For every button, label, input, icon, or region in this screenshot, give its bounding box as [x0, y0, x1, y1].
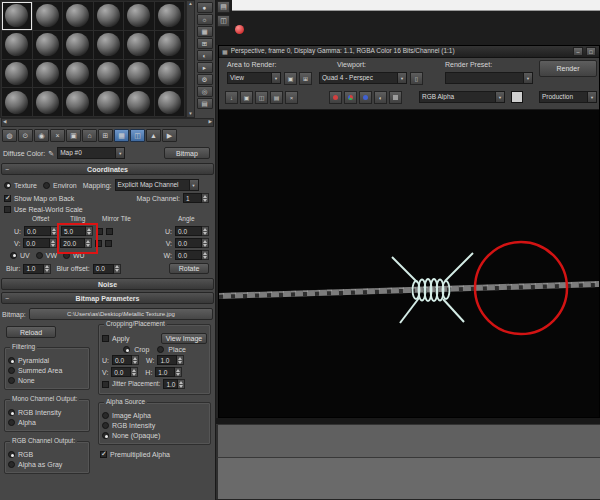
spinner-arrows-icon[interactable] [202, 238, 209, 248]
view-image-button[interactable]: View Image [161, 333, 207, 344]
spinner-arrows-icon[interactable] [177, 355, 184, 365]
background-icon[interactable]: ▦ [197, 26, 213, 37]
material-sample-slot[interactable] [63, 31, 93, 59]
rgb-radio[interactable] [8, 451, 15, 458]
noise-rollout-header[interactable]: Noise [1, 278, 214, 290]
select-by-material-icon[interactable]: ◎ [197, 86, 213, 97]
map-type-button[interactable]: Bitmap [164, 147, 210, 159]
copy-image-icon[interactable]: ▣ [240, 91, 253, 104]
sample-vertical-scrollbar[interactable]: ▲ ▼ [186, 0, 195, 118]
go-forward-sibling-icon[interactable]: ▶ [162, 129, 177, 142]
material-sample-slot[interactable] [2, 60, 32, 88]
minimize-icon[interactable]: – [573, 47, 583, 56]
bitmap-path-button[interactable]: C:\Users\as\Desktop\Metallic Texture.jpg [29, 308, 213, 320]
spinner-arrows-icon[interactable] [131, 367, 138, 377]
premultiplied-alpha-checkbox[interactable] [100, 451, 107, 458]
vw-radio[interactable] [36, 252, 43, 259]
coordinates-rollout-header[interactable]: − Coordinates [1, 163, 214, 175]
render-preset-dropdown[interactable]: ▼ [445, 72, 533, 84]
material-sample-slot[interactable] [33, 31, 63, 59]
monochrome-icon[interactable] [389, 91, 402, 104]
place-radio[interactable] [157, 346, 164, 353]
spinner-arrows-icon[interactable] [132, 355, 139, 365]
material-sample-slot[interactable] [33, 2, 63, 30]
material-sample-slot[interactable] [2, 31, 32, 59]
auto-region-icon[interactable]: ⊞ [299, 72, 312, 85]
rgb-channels-icon[interactable] [344, 91, 357, 104]
material-sample-slot[interactable] [33, 60, 63, 88]
v-tiling-spinner[interactable]: 20.0 [60, 238, 92, 248]
crop-radio[interactable] [123, 346, 130, 353]
material-sample-slot[interactable] [63, 88, 93, 116]
environ-radio[interactable] [43, 182, 50, 189]
area-to-render-dropdown[interactable]: View ▼ [227, 72, 281, 84]
apply-checkbox[interactable] [102, 335, 109, 342]
scroll-down-icon[interactable]: ▼ [188, 112, 192, 117]
get-material-icon[interactable]: ◍ [2, 129, 17, 142]
spinner-arrows-icon[interactable] [86, 226, 93, 236]
crop-u-spinner[interactable]: 0.0 [112, 355, 139, 365]
show-map-on-back-checkbox[interactable] [4, 195, 11, 202]
angle-w-spinner[interactable]: 0.0 [175, 250, 209, 260]
material-sample-slot[interactable] [155, 31, 185, 59]
sample-uv-tiling-icon[interactable]: ⊞ [197, 38, 213, 49]
alpha-radio[interactable] [8, 419, 15, 426]
blur-offset-spinner[interactable]: 0.0 [93, 264, 121, 274]
u-offset-spinner[interactable]: 0.0 [24, 226, 58, 236]
spinner-arrows-icon[interactable] [202, 226, 209, 236]
u-mirror-checkbox[interactable] [96, 228, 103, 235]
material-sample-slot[interactable] [2, 2, 32, 30]
filter-none-radio[interactable] [8, 377, 15, 384]
video-color-check-icon[interactable]: ◐ [197, 50, 213, 61]
angle-u-spinner[interactable]: 0.0 [175, 226, 209, 236]
u-tiling-spinner[interactable]: 5.0 [61, 226, 93, 236]
u-tile-checkbox[interactable] [106, 228, 113, 235]
crop-w-spinner[interactable]: 1.0 [157, 355, 184, 365]
texture-radio[interactable] [4, 182, 11, 189]
summed-area-radio[interactable] [8, 367, 15, 374]
material-sample-slot[interactable] [124, 88, 154, 116]
sample-horizontal-scrollbar[interactable]: ◀ ▶ [1, 118, 214, 127]
material-sample-slot[interactable] [124, 60, 154, 88]
save-image-icon[interactable]: ↓ [225, 91, 238, 104]
rotate-button[interactable]: Rotate [169, 263, 209, 274]
spinner-arrows-icon[interactable] [175, 367, 182, 377]
clear-image-icon[interactable]: × [285, 91, 298, 104]
spinner-arrows-icon[interactable] [50, 238, 57, 248]
material-sample-slot[interactable] [124, 31, 154, 59]
show-end-result-icon[interactable]: ◫ [130, 129, 145, 142]
material-sample-slot[interactable] [155, 88, 185, 116]
material-id-icon[interactable]: ⊞ [98, 129, 113, 142]
display-icon[interactable]: ◫ [217, 15, 230, 27]
uv-radio[interactable] [10, 252, 17, 259]
blur-spinner[interactable]: 1.0 [23, 264, 51, 274]
spinner-arrows-icon[interactable] [44, 264, 51, 274]
wu-radio[interactable] [63, 252, 70, 259]
layers-icon[interactable]: ▤ [217, 1, 230, 13]
render-window-titlebar[interactable]: ▦ Perspective, frame 0, Display Gamma: 1… [219, 46, 599, 58]
production-dropdown[interactable]: Production ▼ [539, 91, 597, 103]
material-sample-slot[interactable] [63, 60, 93, 88]
spinner-arrows-icon[interactable] [178, 379, 185, 389]
alpha-as-gray-radio[interactable] [8, 461, 15, 468]
use-real-world-scale-checkbox[interactable] [4, 206, 11, 213]
v-tile-checkbox[interactable] [105, 240, 112, 247]
material-sample-slot[interactable] [2, 88, 32, 116]
material-sample-slot[interactable] [63, 2, 93, 30]
render-button[interactable]: Render [539, 60, 597, 77]
mapping-dropdown[interactable]: Explicit Map Channel ▼ [115, 179, 199, 191]
background-color-swatch[interactable] [511, 91, 523, 103]
reload-button[interactable]: Reload [6, 326, 56, 338]
crop-h-spinner[interactable]: 1.0 [155, 367, 182, 377]
viewport-dropdown[interactable]: Quad 4 - Perspec ▼ [319, 72, 407, 84]
v-mirror-checkbox[interactable] [95, 240, 102, 247]
lock-icon[interactable]: ▯ [410, 72, 423, 85]
reset-map-icon[interactable]: × [50, 129, 65, 142]
scroll-right-icon[interactable]: ▶ [209, 120, 212, 125]
print-image-icon[interactable]: ▤ [270, 91, 283, 104]
spinner-arrows-icon[interactable] [114, 264, 121, 274]
material-sample-slot[interactable] [94, 60, 124, 88]
red-material-icon[interactable] [235, 25, 244, 34]
put-material-icon[interactable]: ⊙ [18, 129, 33, 142]
none-opaque-radio[interactable] [102, 432, 109, 439]
